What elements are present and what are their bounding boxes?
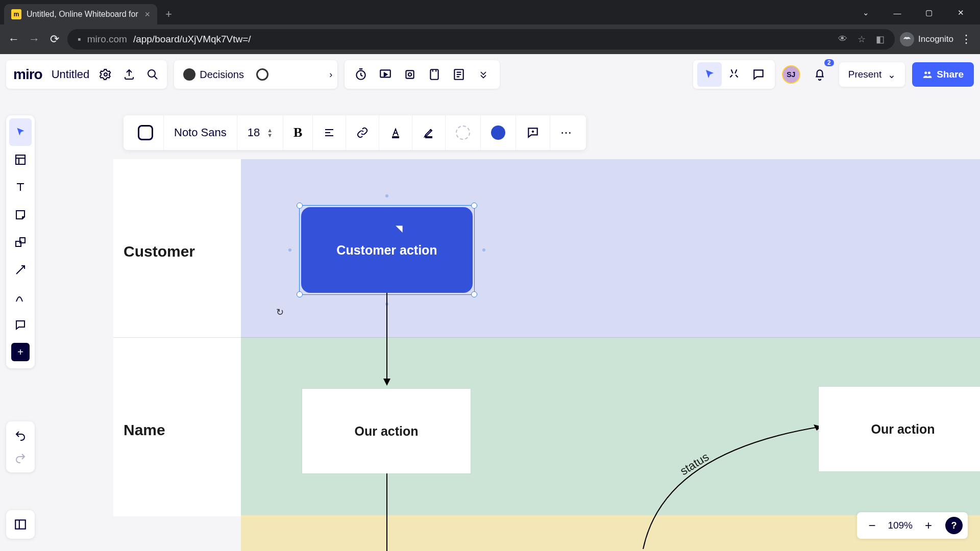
zoom-controls: − 109% + ? <box>857 512 968 539</box>
node-our-action-2[interactable]: Our action <box>819 387 980 471</box>
help-button[interactable]: ? <box>945 517 963 534</box>
presentation-icon[interactable] <box>373 62 398 87</box>
user-avatar[interactable]: SJ <box>782 65 800 84</box>
share-button[interactable]: Share <box>912 62 974 87</box>
frame-label: Decisions <box>200 69 244 81</box>
svg-rect-4 <box>406 70 414 78</box>
cursor-icon: ◥ <box>396 223 402 233</box>
align-button[interactable] <box>312 115 346 150</box>
font-size-picker[interactable]: 18▲▼ <box>237 115 283 150</box>
link-button[interactable] <box>346 115 379 150</box>
frame-dot-icon <box>183 68 195 81</box>
templates-tool[interactable] <box>9 146 32 173</box>
svg-rect-6 <box>431 69 438 80</box>
lane-label-name[interactable]: Name <box>124 421 165 439</box>
svg-point-9 <box>928 71 930 74</box>
comment-tool[interactable] <box>9 311 32 339</box>
connector-curve[interactable] <box>623 421 847 551</box>
more-apps-icon[interactable] <box>471 62 496 87</box>
extensions-icon[interactable]: ◧ <box>876 34 885 45</box>
chevron-down-icon: ⌄ <box>888 69 896 81</box>
browser-tab[interactable]: m Untitled, Online Whiteboard for × <box>4 4 157 24</box>
svg-rect-10 <box>16 155 25 164</box>
svg-point-1 <box>148 70 155 77</box>
tab-title: Untitled, Online Whiteboard for <box>27 10 138 19</box>
address-bar[interactable]: ▪ miro.com/app/board/uXjVMqk7Vtw=/ 👁 ☆ ◧ <box>67 29 895 49</box>
url-path: /app/board/uXjVMqk7Vtw=/ <box>133 34 251 45</box>
notification-count: 2 <box>824 59 834 66</box>
board-name[interactable]: Untitled <box>52 68 90 81</box>
border-color-button[interactable] <box>480 115 516 150</box>
lane-label-customer[interactable]: Customer <box>124 243 195 260</box>
eye-off-icon[interactable]: 👁 <box>838 34 847 45</box>
redo-button[interactable] <box>9 447 32 469</box>
zoom-in-button[interactable]: + <box>919 516 938 535</box>
settings-icon[interactable] <box>99 67 113 82</box>
frame-ring-icon <box>256 68 268 81</box>
lock-icon: ▪ <box>78 34 81 45</box>
text-tool[interactable] <box>9 173 32 201</box>
chrome-menu-icon[interactable]: ⋮ <box>959 32 974 47</box>
incognito-label: Incognito <box>918 34 953 44</box>
estimate-icon[interactable] <box>422 62 447 87</box>
highlight-button[interactable] <box>412 115 445 150</box>
present-button[interactable]: Present ⌄ <box>839 62 905 87</box>
reload-button[interactable]: ⟳ <box>47 32 62 47</box>
fill-color-button[interactable] <box>445 115 480 150</box>
hide-panel-icon[interactable] <box>6 510 35 539</box>
node-our-action-1[interactable]: Our action <box>302 389 471 473</box>
connector-tool[interactable] <box>9 256 32 284</box>
cursor-mode-icon[interactable] <box>697 62 722 87</box>
incognito-badge[interactable]: Incognito <box>900 32 953 46</box>
zoom-level[interactable]: 109% <box>885 520 916 531</box>
timer-icon[interactable] <box>349 62 373 87</box>
reactions-icon[interactable] <box>722 62 746 87</box>
tabs-dropdown-icon[interactable]: ⌄ <box>854 5 877 20</box>
font-family-picker[interactable]: Noto Sans <box>163 115 237 150</box>
connector-2[interactable] <box>386 473 387 551</box>
undo-button[interactable] <box>9 424 32 447</box>
svg-point-5 <box>408 73 412 77</box>
comment-mode-icon[interactable] <box>746 62 771 87</box>
bold-button[interactable]: B <box>283 115 312 150</box>
node-customer-action[interactable]: Customer action ◥ <box>301 207 473 293</box>
minimize-window-icon[interactable]: ― <box>886 5 909 20</box>
note-icon[interactable] <box>447 62 471 87</box>
lane-header-column <box>113 159 241 516</box>
connector-1[interactable] <box>386 293 387 381</box>
left-toolbar: + <box>6 115 35 368</box>
miro-favicon: m <box>11 9 21 19</box>
svg-rect-14 <box>393 137 399 138</box>
export-icon[interactable] <box>122 67 136 82</box>
frame-decisions[interactable]: Decisions <box>179 60 248 89</box>
shape-tool[interactable] <box>9 229 32 256</box>
chevron-right-icon[interactable]: › <box>329 69 332 80</box>
miro-logo[interactable]: miro <box>13 66 42 83</box>
incognito-icon <box>900 32 914 46</box>
text-color-button[interactable] <box>379 115 412 150</box>
voting-icon[interactable] <box>398 62 422 87</box>
select-tool[interactable] <box>9 118 32 146</box>
bookmark-star-icon[interactable]: ☆ <box>857 34 866 45</box>
notifications-icon[interactable]: 2 <box>807 62 832 87</box>
pen-tool[interactable] <box>9 284 32 311</box>
zoom-out-button[interactable]: − <box>862 516 881 535</box>
people-icon <box>922 69 933 80</box>
forward-button[interactable]: → <box>27 32 42 47</box>
svg-rect-13 <box>15 520 26 529</box>
add-comment-button[interactable] <box>516 115 550 150</box>
url-host: miro.com <box>87 34 127 45</box>
more-options-button[interactable]: ⋯ <box>550 115 582 150</box>
sticky-note-tool[interactable] <box>9 201 32 229</box>
context-toolbar: Noto Sans 18▲▼ B ⋯ <box>124 115 586 150</box>
maximize-window-icon[interactable]: ▢ <box>918 5 940 20</box>
frame-next[interactable] <box>252 60 273 89</box>
close-window-icon[interactable]: ✕ <box>949 5 972 20</box>
search-icon[interactable] <box>145 67 160 82</box>
add-more-tools[interactable]: + <box>11 343 30 361</box>
svg-point-8 <box>924 71 927 74</box>
shape-type-picker[interactable] <box>128 115 163 150</box>
close-tab-icon[interactable]: × <box>144 9 150 20</box>
back-button[interactable]: ← <box>6 32 21 47</box>
new-tab-button[interactable]: + <box>157 4 180 24</box>
